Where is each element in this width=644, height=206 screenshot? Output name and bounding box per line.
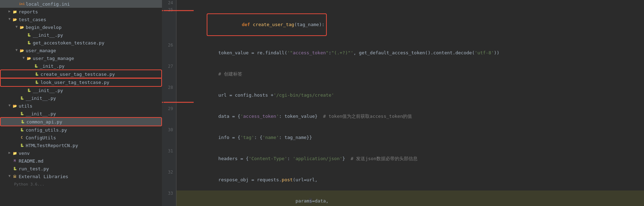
tree-label: test_cases xyxy=(19,17,46,22)
string: '"access_token":"(.+?)"' xyxy=(287,50,354,55)
tree-arrow xyxy=(21,88,26,93)
file-icon-py: 🐍 xyxy=(33,63,39,69)
code-text: =data, xyxy=(312,198,329,204)
tree-arrow xyxy=(21,56,26,61)
tree-label: venv xyxy=(19,151,30,156)
string: 'utf-8' xyxy=(475,50,494,55)
code-text: , get_default_access_token().content.dec… xyxy=(354,50,475,55)
code-text: } xyxy=(342,156,350,161)
keyword-def: def xyxy=(242,22,253,27)
code-line-28: 28 url = config.hosts +'/cgi-bin/tags/cr… xyxy=(162,85,644,106)
file-icon-py: 🐍 xyxy=(34,71,39,77)
tree-label: HTMLTestReportCN.py xyxy=(26,143,78,148)
tree-item-run-test[interactable]: 🐍 run_test.py xyxy=(0,165,162,172)
code-text: url = config.hosts + xyxy=(207,92,274,98)
tree-arrow xyxy=(21,40,26,45)
file-icon-py: 🐍 xyxy=(19,127,25,133)
code-text: (url=url, xyxy=(293,177,317,182)
tree-item-html-report[interactable]: 🐍 HTMLTestReportCN.py xyxy=(0,141,162,149)
code-text: info = { xyxy=(207,135,240,140)
tree-item-venv[interactable]: 📁 venv xyxy=(0,149,162,157)
tree-arrow xyxy=(14,143,19,148)
line-number: 32 xyxy=(162,169,176,190)
file-icon-py: 🐍 xyxy=(26,87,32,93)
string: 'access_token' xyxy=(240,114,279,119)
tree-item-init-um[interactable]: 🐍 __init__.py xyxy=(0,86,162,94)
folder-icon: 📂 xyxy=(26,55,32,61)
tree-item-user-manage[interactable]: 📂 user_manage xyxy=(0,47,162,54)
code-line-26: 26 token_value = re.findall('"access_tok… xyxy=(162,42,644,63)
code-text: : xyxy=(287,156,293,161)
file-icon-md: M xyxy=(12,158,18,164)
line-number: 30 xyxy=(162,127,176,148)
line-number: 31 xyxy=(162,148,176,169)
tree-item-init-tag[interactable]: 🐍 _init_.py xyxy=(0,62,162,70)
tree-item-init-utils[interactable]: 🐍 __init__.py xyxy=(0,110,162,117)
file-icon-py: 🐍 xyxy=(26,32,32,38)
file-icon-py: 🐍 xyxy=(20,119,25,125)
file-icon-py: 🐍 xyxy=(19,143,25,148)
folder-icon: 📁 xyxy=(12,9,18,14)
tree-item-init-tc[interactable]: 🐍 __init__.py xyxy=(0,94,162,102)
tree-item-user-tag-manage[interactable]: 📂 user_tag_manage xyxy=(0,54,162,62)
code-line-33: 33 params=data, xyxy=(162,190,644,206)
tree-item-reports[interactable]: 📁 reports xyxy=(0,8,162,16)
line-content: token_value = re.findall('"access_token"… xyxy=(176,42,644,63)
line-number: 24 xyxy=(162,0,176,7)
tree-item-common-api[interactable]: 🐍 common_api.py xyxy=(1,118,161,126)
code-line-32: 32 respose_obj = requests.post(url=url, xyxy=(162,169,644,190)
tree-item-local-config[interactable]: ini local_config.ini xyxy=(0,0,162,8)
tree-label: user_manage xyxy=(26,48,56,53)
tree-item-external-libs[interactable]: 🏛 External Libraries xyxy=(0,172,162,180)
code-text: : { xyxy=(254,135,262,140)
punc: ): xyxy=(319,22,325,27)
comment: # 发送json数据必带的头部信息 xyxy=(351,156,418,161)
tree-item-get-accesstoken[interactable]: 🐍 get_accestoken_testcase.py xyxy=(0,39,162,47)
tree-label: __init__.py xyxy=(33,32,63,38)
tree-arrow xyxy=(21,32,26,37)
file-icon-py: 🐍 xyxy=(19,95,25,101)
code-line-27: 27 # 创建标签 xyxy=(162,63,644,85)
tree-label: look_user_tag_testcase.py xyxy=(40,80,110,85)
file-icon-py: 🐍 xyxy=(12,166,18,171)
func-name: create_user_tag xyxy=(253,22,294,27)
tree-label: user_tag_manage xyxy=(33,56,74,61)
tree-arrow xyxy=(14,48,19,53)
tree-arrow xyxy=(14,127,19,132)
code-text: )) xyxy=(494,50,500,55)
tree-arrow xyxy=(7,9,12,14)
tree-label: __init__.py xyxy=(26,111,56,116)
tree-label: get_accestoken_testcase.py xyxy=(33,40,105,46)
tree-label: config_utils.py xyxy=(26,127,67,133)
tree-arrow xyxy=(14,25,19,30)
file-icon-py: 🐍 xyxy=(34,79,39,85)
tree-item-begin-develop[interactable]: 📂 begin_develop xyxy=(0,23,162,31)
tree-label: External Libraries xyxy=(19,174,68,179)
code-text: respose_obj = requests. xyxy=(207,177,282,182)
file-icon-c: C xyxy=(19,135,25,140)
line-content: info = {'tag': {'name': tag_name}} xyxy=(176,127,644,148)
tree-arrow xyxy=(7,17,12,22)
tree-arrow xyxy=(7,166,12,171)
tree-arrow xyxy=(7,103,12,108)
file-icon-py: 🐍 xyxy=(19,111,25,116)
folder-icon: 📂 xyxy=(12,17,18,22)
tree-label: begin_develop xyxy=(26,25,62,30)
line-number: 27 xyxy=(162,63,176,85)
tree-item-init-begin[interactable]: 🐍 __init__.py xyxy=(0,31,162,39)
code-text: : tag_name}} xyxy=(279,135,312,140)
tree-item-config-utils-class[interactable]: C ConfigUtils xyxy=(0,134,162,141)
tree-item-readme[interactable]: M README.md xyxy=(0,157,162,165)
tree-item-config-utils[interactable]: 🐍 config_utils.py xyxy=(0,126,162,134)
line-content: params=data, xyxy=(176,190,644,206)
line-content: # 创建标签 xyxy=(176,63,644,85)
tree-item-create-user-tag[interactable]: 🐍 create_user_tag_testcase.py xyxy=(1,70,161,78)
code-line-25: 25 def create_user_tag(tag_name): xyxy=(162,7,644,42)
tree-arrow xyxy=(7,174,12,179)
tree-item-look-user-tag[interactable]: 🐍 look_user_tag_testcase.py xyxy=(1,78,161,86)
tree-item-test-cases[interactable]: 📂 test_cases xyxy=(0,16,162,23)
tree-item-utils[interactable]: 📂 utils xyxy=(0,102,162,110)
tree-label: common_api.py xyxy=(26,119,62,125)
comment: # token值为之前获取access_token的值 xyxy=(323,114,412,119)
file-tree: ini local_config.ini 📁 reports 📂 test_ca… xyxy=(0,0,162,206)
